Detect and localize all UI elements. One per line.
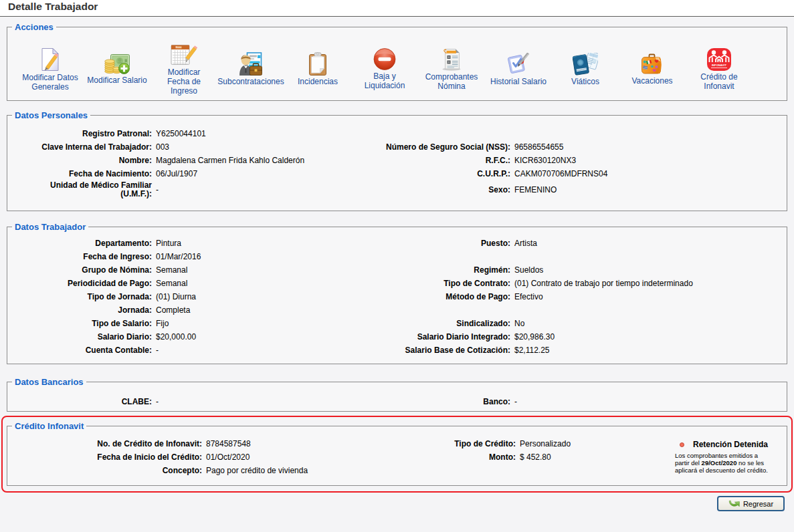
svg-text:Enero: Enero — [176, 46, 182, 49]
svg-text:INFONAVIT: INFONAVIT — [712, 63, 727, 67]
